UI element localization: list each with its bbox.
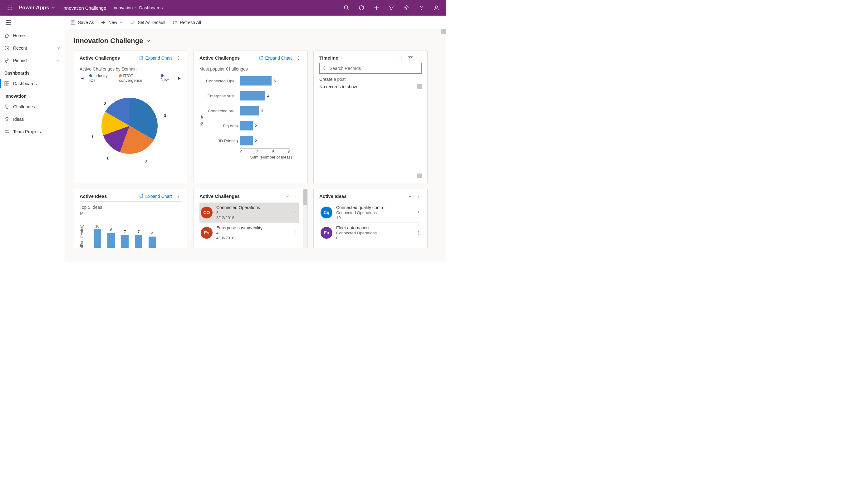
legend-next-icon[interactable]: ► <box>177 76 182 80</box>
chevron-down-icon[interactable] <box>56 46 60 50</box>
chevron-down-icon[interactable] <box>408 194 412 198</box>
more-icon[interactable]: ⋮ <box>294 230 298 235</box>
vbar-bar[interactable] <box>135 235 142 248</box>
svg-point-6 <box>8 10 9 10</box>
chevron-down-icon[interactable] <box>286 194 289 198</box>
plus-icon <box>101 20 106 25</box>
more-icon[interactable]: ⋮ <box>416 230 421 235</box>
nav-dashboards-label: Dashboards <box>13 81 60 86</box>
page-scroll-up-icon[interactable] <box>441 29 446 34</box>
list-item[interactable]: CqConnected quality controlConnected Ope… <box>319 202 422 222</box>
svg-point-1 <box>10 6 11 6</box>
nav-recent[interactable]: Recent <box>0 42 65 54</box>
environment-name[interactable]: Innovation Challenge <box>63 5 106 11</box>
pie-chart[interactable]: 3 2 1 1 2 <box>79 85 182 173</box>
avatar: CO <box>201 206 213 218</box>
cmd-refresh-all-label: Refresh All <box>180 20 201 25</box>
timeline-search-input[interactable] <box>330 66 418 71</box>
app-launcher-icon[interactable] <box>2 0 17 15</box>
chevron-down-icon[interactable] <box>120 21 123 24</box>
breadcrumb-area[interactable]: Innovation <box>113 5 133 10</box>
card-vbar-subtitle: Top 5 Ideas <box>79 205 182 210</box>
hbar-bar[interactable] <box>241 121 253 130</box>
legend-prev-icon[interactable]: ◄ <box>79 76 85 80</box>
cmd-new[interactable]: New <box>101 20 123 25</box>
cmd-save-as[interactable]: Save As <box>71 20 94 25</box>
nav-ideas[interactable]: Ideas <box>0 113 65 125</box>
row-title: Fleet automation <box>336 225 412 230</box>
breadcrumb-page[interactable]: Dashboards <box>139 5 163 10</box>
card-timeline: Timeline ⋯ Create a post N <box>314 51 428 183</box>
trophy-icon <box>4 104 10 109</box>
scroll-up-icon[interactable] <box>417 84 422 89</box>
timeline-create-post[interactable]: Create a post <box>319 77 422 82</box>
account-icon[interactable] <box>429 0 444 15</box>
cmd-set-default[interactable]: Set As Default <box>130 20 165 25</box>
avatar: Fa <box>321 227 333 239</box>
svg-rect-16 <box>5 82 6 83</box>
list-item[interactable]: FaFleet automationConnected Operations8⋮ <box>319 222 422 243</box>
brand-chevron-icon[interactable] <box>51 6 55 10</box>
hbar-bar[interactable] <box>241 106 259 115</box>
nav-home[interactable]: Home <box>0 29 65 42</box>
target-icon[interactable] <box>354 0 369 15</box>
search-icon[interactable] <box>339 0 354 15</box>
vbar-bar[interactable] <box>148 237 156 248</box>
card-pie-title: Active Challenges <box>79 55 136 60</box>
svg-point-5 <box>12 7 13 8</box>
nav-dashboards[interactable]: Dashboards <box>0 77 65 90</box>
nav-team-projects[interactable]: Team Projects <box>0 125 65 138</box>
expand-chart-button[interactable]: Expand Chart <box>139 194 172 199</box>
svg-point-8 <box>12 10 13 10</box>
avatar: Cq <box>321 206 333 218</box>
chevron-down-icon[interactable] <box>56 59 60 62</box>
breadcrumb-sep-icon: › <box>135 5 137 10</box>
hamburger-icon[interactable] <box>0 16 65 29</box>
more-icon[interactable]: ⋮ <box>294 210 298 215</box>
hbar-chart[interactable]: Name Connected Ope...5Enterprise sust...… <box>199 73 302 167</box>
more-icon[interactable]: ⋯ <box>417 56 422 60</box>
nav-challenges[interactable]: Challenges <box>0 101 65 113</box>
list-item[interactable]: EsEnterprise sustainability44/16/2018⋮ <box>199 222 299 243</box>
vbar-bar[interactable] <box>107 233 115 248</box>
page-title[interactable]: Innovation Challenge <box>74 35 438 51</box>
svg-rect-19 <box>7 84 9 86</box>
timeline-search[interactable] <box>319 63 422 74</box>
more-icon[interactable]: ⋮ <box>416 210 421 215</box>
help-icon[interactable] <box>414 0 429 15</box>
vbar-value: 6 <box>152 232 154 236</box>
vbar-bar[interactable] <box>121 235 129 248</box>
cmd-refresh-all[interactable]: Refresh All <box>172 20 201 25</box>
more-icon[interactable]: ⋮ <box>415 194 422 199</box>
vbar-bar[interactable] <box>94 229 101 248</box>
hbar-yaxis-label: Name <box>199 115 204 126</box>
nav-home-label: Home <box>13 33 60 38</box>
list-item[interactable]: COConnected Operations53/12/2018⋮ <box>199 202 299 222</box>
scroll-down-icon[interactable] <box>417 174 422 178</box>
card-pie: Active Challenges Expand Chart ⋮ Active … <box>74 51 188 183</box>
more-icon[interactable]: ⋮ <box>295 56 302 60</box>
more-icon[interactable]: ⋮ <box>175 56 182 60</box>
add-icon[interactable] <box>369 0 384 15</box>
hbar-bar[interactable] <box>241 91 265 101</box>
list-challenges-title: Active Challenges <box>199 194 283 199</box>
svg-point-22 <box>323 67 326 70</box>
nav-pinned[interactable]: Pinned <box>0 54 65 67</box>
row-date: 4/16/2018 <box>216 236 290 240</box>
filter-icon[interactable] <box>384 0 399 15</box>
hbar-bar[interactable] <box>241 136 253 145</box>
more-icon[interactable]: ⋮ <box>292 194 299 199</box>
settings-gear-icon[interactable] <box>399 0 414 15</box>
card-hbar: Active Challenges Expand Chart ⋮ Most po… <box>194 51 308 183</box>
hbar-bar[interactable] <box>241 76 271 86</box>
scrollbar[interactable] <box>303 189 307 248</box>
expand-chart-button[interactable]: Expand Chart <box>259 56 292 60</box>
vbar-value: 7 <box>138 230 140 234</box>
filter-icon[interactable] <box>408 56 413 60</box>
more-icon[interactable]: ⋮ <box>175 194 182 199</box>
row-count: 4 <box>216 231 290 235</box>
expand-icon <box>139 194 143 198</box>
add-icon[interactable] <box>398 56 404 60</box>
expand-chart-button[interactable]: Expand Chart <box>139 56 172 60</box>
vbar-chart[interactable]: mber of Votes) 1510 108776 <box>79 212 182 248</box>
